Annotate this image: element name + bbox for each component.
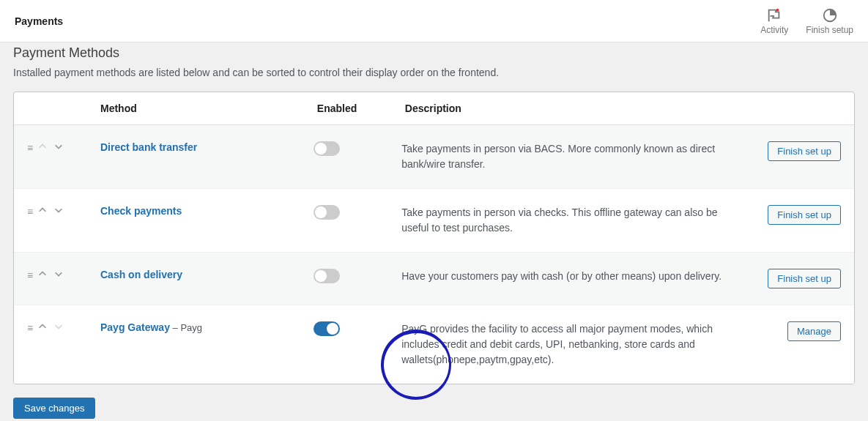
method-link[interactable]: Payg Gateway [100, 321, 170, 333]
enabled-cell [314, 141, 401, 156]
move-up-icon[interactable] [37, 269, 48, 281]
method-cell: Check payments [100, 205, 314, 217]
drag-handle-icon[interactable]: ≡ [27, 206, 31, 217]
page-title: Payments [15, 15, 63, 27]
enable-toggle[interactable] [314, 141, 340, 156]
description-cell: Take payments in person via checks. This… [401, 205, 738, 236]
top-bar-actions: Activity Finish setup [760, 7, 853, 35]
table-row: ≡Payg Gateway – PaygPayG provides the fa… [14, 305, 854, 384]
sort-handles: ≡ [27, 205, 100, 217]
move-down-icon[interactable] [53, 269, 64, 281]
section-title: Payment Methods [13, 45, 855, 61]
activity-button[interactable]: Activity [760, 7, 788, 35]
flag-icon [766, 7, 782, 23]
column-enabled: Enabled [317, 103, 405, 114]
enable-toggle[interactable] [314, 321, 340, 336]
move-up-icon[interactable] [37, 141, 48, 154]
method-cell: Cash on delivery [100, 269, 314, 280]
content-area: Payment Methods Installed payment method… [0, 45, 868, 421]
drag-handle-icon[interactable]: ≡ [27, 322, 31, 334]
method-link[interactable]: Check payments [100, 205, 182, 217]
description-cell: PayG provides the facility to access all… [401, 321, 738, 368]
action-cell: Finish set up [738, 205, 841, 225]
method-cell: Direct bank transfer [100, 141, 314, 153]
payment-methods-table: Method Enabled Description ≡Direct bank … [13, 92, 855, 384]
move-down-icon[interactable] [53, 205, 64, 217]
column-action [738, 103, 841, 114]
enable-toggle[interactable] [314, 205, 340, 220]
section-description: Installed payment methods are listed bel… [13, 67, 855, 78]
table-row: ≡Direct bank transferTake payments in pe… [14, 125, 854, 189]
column-sort [27, 103, 100, 114]
manage-button[interactable]: Manage [787, 321, 841, 341]
progress-circle-icon [822, 7, 838, 23]
top-bar: Payments Activity Finish setup [0, 0, 868, 42]
sort-handles: ≡ [27, 141, 100, 154]
table-row: ≡Check paymentsTake payments in person v… [14, 189, 854, 253]
action-cell: Finish set up [738, 141, 841, 161]
svg-point-0 [776, 8, 779, 11]
method-link[interactable]: Cash on delivery [100, 269, 182, 280]
description-cell: Have your customers pay with cash (or by… [401, 269, 738, 284]
enabled-cell [314, 205, 401, 220]
method-suffix: – Payg [170, 322, 202, 333]
drag-handle-icon[interactable]: ≡ [27, 269, 31, 281]
sort-handles: ≡ [27, 269, 100, 281]
table-row: ≡Cash on deliveryHave your customers pay… [14, 253, 854, 305]
save-changes-button[interactable]: Save changes [13, 398, 95, 419]
drag-handle-icon[interactable]: ≡ [27, 142, 31, 154]
method-cell: Payg Gateway – Payg [100, 321, 314, 333]
action-cell: Finish set up [738, 269, 841, 288]
finish-setup-button[interactable]: Finish set up [768, 141, 841, 161]
table-header-row: Method Enabled Description [14, 92, 854, 125]
activity-label: Activity [760, 25, 788, 35]
column-method: Method [100, 103, 317, 114]
move-down-icon[interactable] [53, 141, 64, 154]
enable-toggle[interactable] [314, 269, 340, 283]
move-down-icon[interactable] [53, 321, 64, 334]
move-up-icon[interactable] [37, 205, 48, 217]
save-row: Save changes [13, 398, 855, 419]
enabled-cell [314, 321, 401, 336]
finish-setup-label: Finish setup [806, 25, 853, 35]
finish-setup-button[interactable]: Finish set up [768, 205, 841, 225]
description-cell: Take payments in person via BACS. More c… [401, 141, 738, 172]
finish-setup-button[interactable]: Finish set up [768, 269, 841, 288]
move-up-icon[interactable] [37, 321, 48, 334]
finish-setup-button[interactable]: Finish setup [806, 7, 853, 35]
column-description: Description [405, 103, 738, 114]
method-link[interactable]: Direct bank transfer [100, 141, 197, 153]
sort-handles: ≡ [27, 321, 100, 334]
enabled-cell [314, 269, 401, 283]
action-cell: Manage [738, 321, 841, 341]
